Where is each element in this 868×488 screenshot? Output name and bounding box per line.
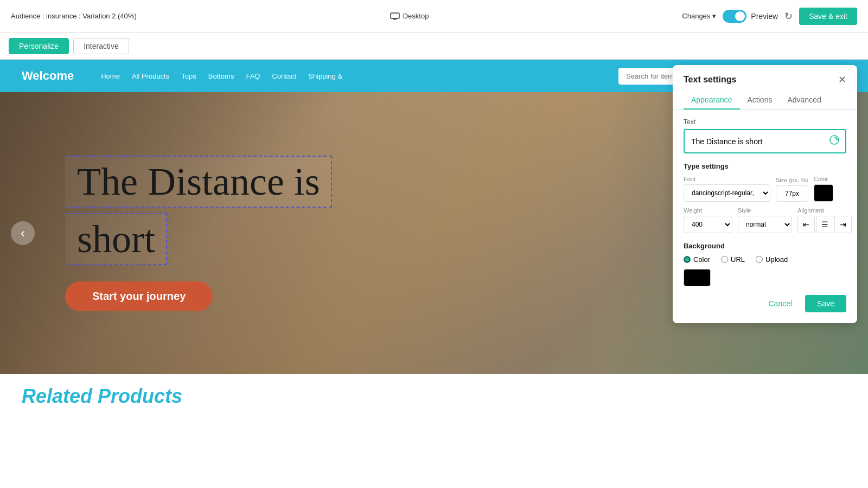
svg-rect-1 xyxy=(393,18,397,20)
alignment-col: Alignment ⇤ ☰ ⇥ xyxy=(797,207,852,233)
alignment-buttons: ⇤ ☰ ⇥ xyxy=(797,216,852,233)
font-col: Font dancingscript-regular, "... xyxy=(684,176,770,202)
top-bar: Audience : insurance : Variation 2 (40%)… xyxy=(0,0,868,33)
type-settings-section: Type settings Font dancingscript-regular… xyxy=(684,162,846,233)
tab-advanced[interactable]: Advanced xyxy=(780,91,828,110)
bg-color-option[interactable]: Color xyxy=(684,255,710,264)
hero-cta-button[interactable]: Start your journey xyxy=(65,281,213,311)
bg-upload-radio[interactable] xyxy=(756,256,763,263)
tab-interactive[interactable]: Interactive xyxy=(73,38,129,54)
cancel-button[interactable]: Cancel xyxy=(761,295,800,312)
panel-tabs: Appearance Actions Advanced xyxy=(673,91,857,110)
size-input[interactable] xyxy=(776,185,808,202)
size-col: Size (px, %) xyxy=(776,177,808,202)
text-settings-panel: Text settings ✕ Appearance Actions Advan… xyxy=(673,65,857,323)
nav-contact[interactable]: Contact xyxy=(272,72,296,80)
hero-content: The Distance is short Start your journey xyxy=(65,156,332,311)
hero-text-line1: The Distance is xyxy=(77,160,320,203)
bg-url-label: URL xyxy=(731,255,745,264)
font-select[interactable]: dancingscript-regular, "... xyxy=(684,184,770,202)
refresh-button[interactable]: ↻ xyxy=(784,10,793,22)
related-title: Related Products xyxy=(22,385,846,408)
top-right-actions: Changes ▾ Preview ↻ Save & exit xyxy=(682,8,857,25)
align-center-button[interactable]: ☰ xyxy=(816,216,833,233)
bg-upload-option[interactable]: Upload xyxy=(756,255,788,264)
hero-text-line2: short xyxy=(77,217,155,261)
style-label: Style xyxy=(738,207,792,214)
weight-style-row: Weight 400 Style normal italic Alignme xyxy=(684,207,846,233)
text-field-label: Text xyxy=(684,118,846,126)
nav-all-products[interactable]: All Products xyxy=(132,72,169,80)
bg-url-option[interactable]: URL xyxy=(721,255,745,264)
style-col: Style normal italic xyxy=(738,207,792,233)
toggle-knob xyxy=(735,11,745,21)
size-label: Size (px, %) xyxy=(776,177,808,183)
nav-home[interactable]: Home xyxy=(101,72,120,80)
save-exit-button[interactable]: Save & exit xyxy=(799,8,857,25)
alignment-label: Alignment xyxy=(797,207,852,214)
panel-close-button[interactable]: ✕ xyxy=(838,74,846,86)
bg-color-swatch[interactable] xyxy=(684,269,711,286)
tab-personalize[interactable]: Personalize xyxy=(9,38,69,54)
related-section: Related Products xyxy=(0,374,868,419)
panel-title: Text settings xyxy=(684,75,737,85)
weight-label: Weight xyxy=(684,207,732,214)
bg-color-radio[interactable] xyxy=(684,256,691,263)
site-logo: Welcome xyxy=(22,69,74,83)
audience-label: Audience : insurance : Variation 2 (40%) xyxy=(11,12,137,20)
changes-label: Changes xyxy=(682,12,710,20)
desktop-button[interactable]: Desktop xyxy=(390,12,429,20)
text-input[interactable] xyxy=(685,132,824,151)
background-label: Background xyxy=(684,242,846,250)
nav-tops[interactable]: Tops xyxy=(181,72,196,80)
preview-area: Preview xyxy=(723,10,778,23)
nav-faq[interactable]: FAQ xyxy=(246,72,260,80)
nav-shipping[interactable]: Shipping & xyxy=(308,72,342,80)
hero-text-block-1[interactable]: The Distance is xyxy=(65,156,332,208)
desktop-label: Desktop xyxy=(403,12,429,20)
preview-label: Preview xyxy=(751,12,778,21)
panel-body: Text Type settings Font xyxy=(673,110,857,286)
color-label: Color xyxy=(814,176,833,182)
text-input-row xyxy=(684,129,846,153)
align-right-button[interactable]: ⇥ xyxy=(834,216,852,233)
bg-url-radio[interactable] xyxy=(721,256,728,263)
background-options: Color URL Upload xyxy=(684,255,846,264)
hero-text-block-2[interactable]: short xyxy=(65,213,167,265)
main-content: Welcome Home All Products Tops Bottoms F… xyxy=(0,60,868,488)
tab-appearance[interactable]: Appearance xyxy=(684,91,740,110)
weight-select[interactable]: 400 xyxy=(684,216,732,233)
save-button[interactable]: Save xyxy=(805,295,846,312)
color-col: Color xyxy=(814,176,833,202)
panel-header: Text settings ✕ xyxy=(673,65,857,91)
type-settings-label: Type settings xyxy=(684,162,846,170)
hero-prev-button[interactable]: ‹ xyxy=(11,221,35,245)
regenerate-icon xyxy=(829,134,840,145)
panel-footer: Cancel Save xyxy=(673,295,857,312)
nav-links: Home All Products Tops Bottoms FAQ Conta… xyxy=(101,72,342,80)
changes-button[interactable]: Changes ▾ xyxy=(682,12,716,20)
chevron-down-icon: ▾ xyxy=(712,12,716,20)
font-row: Font dancingscript-regular, "... Size (p… xyxy=(684,176,846,202)
regenerate-button[interactable] xyxy=(824,130,845,152)
color-swatch[interactable] xyxy=(814,184,833,202)
bg-upload-label: Upload xyxy=(765,255,788,264)
preview-toggle[interactable] xyxy=(723,10,746,23)
weight-col: Weight 400 xyxy=(684,207,732,233)
desktop-icon xyxy=(390,12,400,20)
font-label: Font xyxy=(684,176,770,182)
style-select[interactable]: normal italic xyxy=(738,216,792,233)
nav-bottoms[interactable]: Bottoms xyxy=(208,72,234,80)
mode-tabs-bar: Personalize Interactive xyxy=(0,33,868,60)
bg-color-label: Color xyxy=(693,255,710,264)
tab-actions[interactable]: Actions xyxy=(740,91,780,110)
svg-rect-0 xyxy=(391,13,399,18)
align-left-button[interactable]: ⇤ xyxy=(797,216,815,233)
background-section: Background Color URL Upload xyxy=(684,242,846,286)
